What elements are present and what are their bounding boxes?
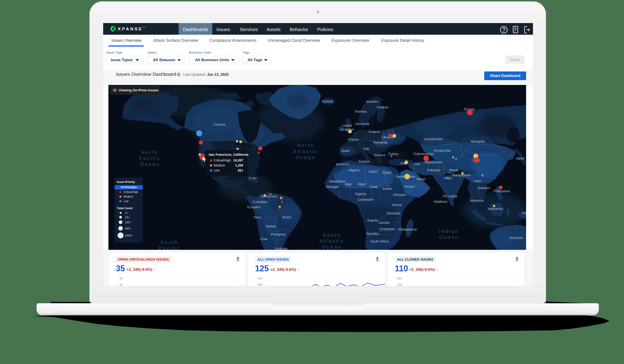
- svg-text:Sweden: Sweden: [366, 100, 378, 103]
- svg-text:Atlantic: Atlantic: [319, 238, 344, 244]
- svg-text:Pacific: Pacific: [139, 156, 161, 161]
- svg-text:Libya: Libya: [368, 169, 377, 173]
- svg-text:Ethiopia: Ethiopia: [393, 193, 406, 197]
- svg-text:Cuba: Cuba: [249, 176, 257, 180]
- svg-text:Norway: Norway: [355, 109, 367, 113]
- svg-text:Kyrgyzstan: Kyrgyzstan: [434, 148, 451, 152]
- svg-text:Egypt: Egypt: [383, 170, 391, 174]
- svg-text:Paraguay: Paraguay: [271, 232, 286, 236]
- svg-text:Pacific: Pacific: [158, 246, 181, 250]
- svg-text:Cameroon: Cameroon: [358, 198, 373, 201]
- svg-text:Sudan: Sudan: [382, 186, 392, 190]
- svg-text:Zambia: Zambia: [378, 221, 390, 225]
- svg-text:Laos: Laos: [474, 179, 481, 183]
- svg-text:Mali: Mali: [345, 182, 352, 186]
- svg-text:Zimbabwe: Zimbabwe: [379, 227, 395, 231]
- svg-text:Sri Lanka: Sri Lanka: [442, 194, 457, 198]
- svg-text:Ocean: Ocean: [140, 161, 160, 167]
- svg-text:Algeria: Algeria: [349, 168, 360, 172]
- svg-text:Venezuela: Venezuela: [261, 194, 277, 198]
- svg-text:Madagascar: Madagascar: [398, 227, 417, 231]
- svg-text:North: North: [141, 150, 158, 155]
- svg-text:Brazil: Brazil: [283, 215, 291, 219]
- svg-text:Romania: Romania: [373, 140, 388, 144]
- svg-text:Atlantic: Atlantic: [293, 149, 318, 154]
- svg-text:Turkmenistan: Turkmenistan: [413, 152, 434, 156]
- svg-text:Pap: Pap: [522, 211, 526, 215]
- svg-text:Poland: Poland: [369, 130, 380, 134]
- svg-text:Italy: Italy: [363, 147, 369, 151]
- svg-text:United: United: [342, 124, 352, 127]
- svg-text:Mongolia: Mongolia: [471, 139, 485, 143]
- svg-text:Maldives: Maldives: [434, 200, 447, 204]
- svg-text:Niger: Niger: [358, 182, 366, 186]
- svg-text:Tanzania: Tanzania: [387, 211, 400, 215]
- svg-text:Nigeria: Nigeria: [355, 192, 366, 196]
- svg-text:Kenya: Kenya: [392, 203, 402, 207]
- svg-text:Colombia: Colombia: [253, 200, 267, 204]
- svg-text:Kingdom: Kingdom: [340, 127, 354, 131]
- svg-text:Greece: Greece: [374, 153, 385, 157]
- svg-text:Peru: Peru: [254, 215, 261, 219]
- svg-text:Uruguay: Uruguay: [275, 246, 288, 250]
- svg-text:Chad: Chad: [369, 185, 378, 189]
- svg-text:Nepal: Nepal: [449, 168, 458, 172]
- svg-text:Morocco: Morocco: [336, 162, 349, 166]
- svg-text:Angola: Angola: [367, 218, 378, 222]
- svg-text:Namibia: Namibia: [366, 231, 379, 235]
- svg-text:Ocean: Ocean: [439, 234, 459, 240]
- svg-text:Mauritania: Mauritania: [329, 179, 345, 183]
- svg-text:Ecuador: Ecuador: [247, 205, 260, 209]
- svg-text:Chile: Chile: [260, 237, 268, 241]
- svg-text:Australia: Australia: [509, 236, 523, 240]
- svg-text:Oman: Oman: [416, 177, 426, 181]
- svg-text:Yemen: Yemen: [404, 184, 415, 188]
- svg-text:Iceland: Iceland: [322, 99, 333, 103]
- svg-text:Turkey: Turkey: [388, 152, 399, 156]
- svg-text:Denmark: Denmark: [356, 122, 369, 126]
- svg-text:Pakistan: Pakistan: [427, 168, 440, 172]
- svg-text:Kazakhstan: Kazakhstan: [424, 137, 442, 141]
- svg-text:Indian: Indian: [439, 228, 459, 234]
- svg-text:South: South: [160, 240, 179, 245]
- svg-text:Finland: Finland: [377, 105, 388, 109]
- svg-text:North: North: [297, 142, 314, 148]
- svg-text:South: South: [323, 232, 341, 238]
- svg-text:Indonesia: Indonesia: [488, 207, 503, 210]
- svg-text:Ocean: Ocean: [295, 155, 315, 160]
- svg-text:Ocean: Ocean: [322, 244, 342, 250]
- svg-text:Spain: Spain: [341, 149, 350, 153]
- svg-text:Senegal: Senegal: [326, 185, 338, 189]
- svg-text:Japan: Japan: [516, 156, 525, 160]
- svg-text:Vietnam: Vietnam: [478, 186, 490, 190]
- svg-text:Canada: Canada: [213, 122, 226, 126]
- svg-text:Iran: Iran: [414, 162, 420, 166]
- svg-text:Malaysia: Malaysia: [470, 198, 484, 202]
- svg-text:Bolivia: Bolivia: [266, 224, 276, 228]
- svg-text:Philippines: Philippines: [494, 189, 510, 193]
- svg-text:Tunisia: Tunisia: [359, 159, 369, 163]
- svg-text:South Africa: South Africa: [370, 239, 389, 243]
- svg-text:France: France: [348, 137, 359, 141]
